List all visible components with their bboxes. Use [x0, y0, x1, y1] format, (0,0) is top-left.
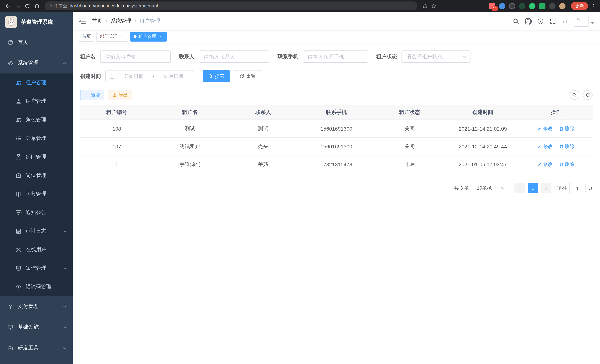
sidebar-item-label: 系统管理 [18, 60, 38, 66]
sidebar-toggle-icon[interactable] [79, 18, 86, 25]
browser-back-button[interactable] [3, 1, 13, 11]
browser-home-button[interactable] [32, 1, 42, 11]
sidebar-item-infra[interactable]: 基础设施 [0, 317, 73, 338]
reset-button[interactable]: 重置 [234, 70, 261, 82]
search-button[interactable]: 搜索 [203, 70, 230, 82]
browser-menu-icon[interactable]: ⋮ [590, 3, 597, 9]
sidebar-item-role[interactable]: 角色管理 [0, 111, 73, 129]
tag-dept[interactable]: 部门管理 × [96, 32, 128, 41]
extension-icon-6[interactable] [539, 3, 545, 9]
sidebar-item-error-code[interactable]: 错误码管理 [0, 278, 73, 296]
sidebar-item-online-users[interactable]: 在线用户 [0, 241, 73, 259]
toolbox-icon [7, 345, 13, 351]
browser-update-button[interactable]: 更新 [571, 2, 588, 10]
app-title: 芋道管理系统 [21, 18, 53, 25]
font-size-icon[interactable]: TT [559, 15, 571, 27]
refresh-button[interactable] [583, 90, 593, 100]
breadcrumb-home[interactable]: 首页 [92, 18, 103, 25]
share-icon[interactable] [420, 1, 429, 10]
column-header-phone: 联系手机 [300, 105, 373, 120]
url-text: dashboard.yudao.iocoder.cn/system/tenant [70, 3, 158, 9]
page-size-select[interactable]: 10条/页 [473, 183, 508, 193]
delete-link[interactable]: 删除 [559, 143, 575, 150]
search-icon[interactable] [510, 15, 522, 27]
calendar-icon [110, 74, 115, 79]
breadcrumb-system[interactable]: 系统管理 [111, 18, 131, 25]
browser-reload-button[interactable] [22, 1, 32, 11]
add-button[interactable]: 新增 [80, 90, 104, 100]
close-icon[interactable]: × [120, 34, 125, 39]
help-icon[interactable]: ? [534, 15, 547, 27]
search-button-label: 搜索 [215, 73, 225, 80]
sidebar-item-dict[interactable]: 字典管理 [0, 185, 73, 203]
app-header: 首页 / 系统管理 / 租户管理 ? [73, 12, 600, 30]
extension-icon-4[interactable] [519, 3, 525, 9]
sidebar-item-home[interactable]: 首页 [0, 32, 73, 53]
delete-link[interactable]: 删除 [559, 125, 575, 132]
cell-status: 关闭 [373, 138, 446, 155]
tag-tenant-active[interactable]: 租户管理 × [130, 32, 167, 41]
phone-input[interactable] [303, 50, 368, 63]
page-number-1[interactable]: 1 [528, 183, 538, 193]
jump-page-input[interactable] [569, 183, 586, 193]
sidebar-item-menu[interactable]: 菜单管理 [0, 129, 73, 148]
export-button[interactable]: 导出 [108, 90, 132, 100]
app-logo[interactable]: 芋道管理系统 [0, 12, 73, 32]
extension-icon-1[interactable]: 10 [489, 3, 495, 9]
breadcrumb-separator: / [135, 18, 136, 24]
roles-icon [16, 117, 21, 123]
url-path: /system/tenant [128, 3, 158, 9]
cell-status: 开启 [373, 155, 446, 173]
user-avatar-dropdown[interactable] [574, 16, 594, 27]
prev-page-button[interactable]: ‹ [514, 183, 525, 193]
address-bar[interactable]: ⚠ 不安全 dashboard.yudao.iocoder.cn/system/… [45, 1, 417, 10]
sidebar-item-notice[interactable]: 通知公告 [0, 203, 73, 222]
jump-prefix-label: 前往 [557, 185, 567, 191]
next-page-button[interactable]: › [541, 183, 551, 193]
edit-link[interactable]: 修改 [537, 161, 553, 168]
contact-input[interactable] [199, 50, 269, 63]
extension-icon-2[interactable] [499, 3, 505, 9]
sidebar-item-audit-log[interactable]: 审计日志 [0, 222, 73, 241]
app-root: 芋道管理系统 首页 系统管理 租户管理 [0, 12, 600, 364]
tenant-name-input[interactable] [100, 50, 171, 63]
shield-icon [16, 265, 21, 271]
sidebar-item-system[interactable]: 系统管理 [0, 53, 73, 74]
cell-actions: 修改 删除 [519, 155, 593, 173]
cell-created: 2021-01-05 17:03:47 [446, 155, 519, 173]
toggle-search-button[interactable] [570, 90, 579, 100]
cell-tenant-id: 1 [80, 155, 153, 173]
sidebar-item-sms[interactable]: 短信管理 [0, 259, 73, 278]
cell-contact: 芋艿 [226, 155, 300, 173]
scale-wrapper: ⚠ 不安全 dashboard.yudao.iocoder.cn/system/… [0, 0, 600, 364]
sidebar-item-post[interactable]: 岗位管理 [0, 166, 73, 185]
site-security-warning[interactable]: ⚠ 不安全 [49, 3, 67, 9]
tag-home[interactable]: 首页 [79, 32, 94, 41]
status-select[interactable]: 请选择租户状态 [402, 50, 470, 63]
page-size-value: 10条/页 [477, 185, 493, 191]
sidebar-item-payment[interactable]: ¥ 支付管理 [0, 296, 73, 317]
fullscreen-icon[interactable] [547, 15, 559, 27]
sidebar-item-user[interactable]: 用户管理 [0, 92, 73, 111]
chat-bubble-icon [16, 210, 21, 215]
extension-icon-3[interactable] [509, 3, 516, 9]
sidebar-item-tenant[interactable]: 租户管理 [0, 74, 73, 92]
extension-icon-5[interactable] [529, 3, 535, 9]
sidebar-item-devtools[interactable]: 研发工具 [0, 338, 73, 358]
close-icon[interactable]: × [158, 34, 163, 39]
github-icon[interactable] [522, 15, 534, 27]
sidebar-item-dept[interactable]: 部门管理 [0, 148, 73, 166]
user-icon [16, 98, 21, 104]
date-range-picker[interactable]: 开始日期 - 结束日期 [105, 70, 194, 82]
delete-link[interactable]: 删除 [559, 161, 575, 168]
browser-forward-button[interactable] [13, 1, 22, 11]
profile-avatar-icon[interactable] [559, 3, 565, 9]
cell-created: 2021-12-14 20:49:44 [446, 138, 519, 155]
extension-icon-7[interactable] [549, 3, 555, 9]
edit-link[interactable]: 修改 [537, 143, 553, 150]
filter-contact: 联系人 [179, 50, 269, 63]
bookmark-star-icon[interactable] [429, 1, 438, 10]
tag-label: 租户管理 [138, 33, 156, 40]
cell-actions: 修改 删除 [519, 120, 593, 138]
edit-link[interactable]: 修改 [537, 125, 553, 132]
